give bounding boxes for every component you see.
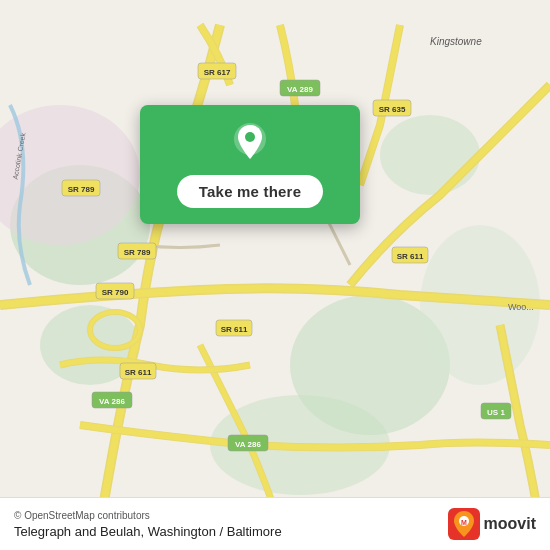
svg-text:Kingstowne: Kingstowne (430, 36, 482, 47)
map-svg: Accotink Creek (0, 0, 550, 550)
location-name: Telegraph and Beulah, Washington / Balti… (14, 524, 282, 539)
svg-text:SR 789: SR 789 (124, 248, 151, 257)
svg-text:SR 789: SR 789 (68, 185, 95, 194)
map-container: Accotink Creek (0, 0, 550, 550)
take-me-there-button[interactable]: Take me there (177, 175, 323, 208)
moovit-brand-text: moovit (484, 515, 536, 533)
svg-text:VA 286: VA 286 (99, 397, 125, 406)
svg-text:SR 617: SR 617 (204, 68, 231, 77)
location-card[interactable]: Take me there (140, 105, 360, 224)
location-pin-icon (228, 121, 272, 165)
svg-text:SR 611: SR 611 (397, 252, 424, 261)
svg-text:SR 790: SR 790 (102, 288, 129, 297)
svg-text:US 1: US 1 (487, 408, 505, 417)
svg-text:SR 611: SR 611 (125, 368, 152, 377)
svg-text:SR 611: SR 611 (221, 325, 248, 334)
svg-text:VA 286: VA 286 (235, 440, 261, 449)
osm-attribution: © OpenStreetMap contributors (14, 510, 282, 521)
moovit-icon: M (448, 508, 480, 540)
svg-text:VA 289: VA 289 (287, 85, 313, 94)
svg-point-38 (245, 132, 255, 142)
svg-point-4 (380, 115, 480, 195)
svg-text:Woo...: Woo... (508, 302, 534, 312)
location-info: © OpenStreetMap contributors Telegraph a… (14, 510, 282, 539)
bottom-bar: © OpenStreetMap contributors Telegraph a… (0, 497, 550, 550)
moovit-logo: M moovit (448, 508, 536, 540)
svg-text:SR 635: SR 635 (379, 105, 406, 114)
svg-text:M: M (461, 519, 467, 526)
